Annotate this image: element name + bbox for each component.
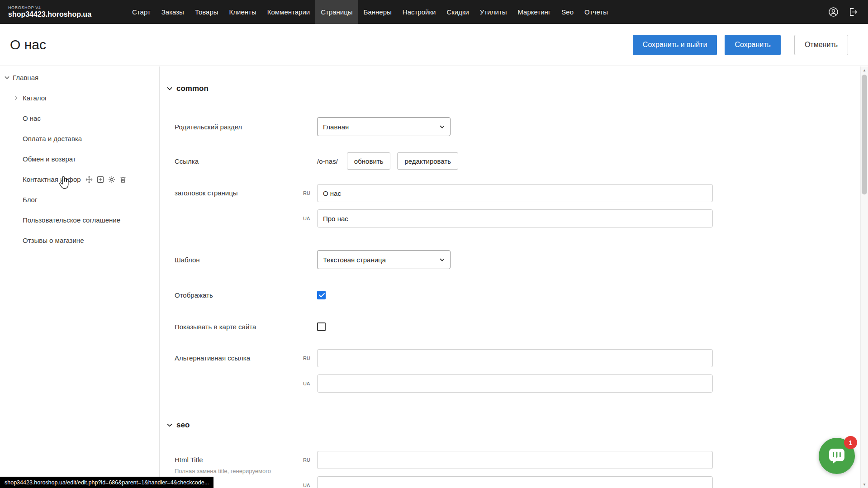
display-row: Отображать	[175, 289, 860, 300]
sitemap-row: Показывать в карте сайта	[175, 321, 860, 332]
page-title-ru-input[interactable]	[317, 184, 713, 202]
pages-tree-sidebar: Главная Каталог О нас Оплата и доставка …	[0, 66, 160, 488]
chat-icon	[829, 448, 845, 464]
menu-item-start[interactable]: Старт	[127, 0, 156, 24]
sidebar-item-katalog[interactable]: Каталог	[0, 88, 159, 108]
link-row: Ссылка /o-nas/ обновить редактировать	[175, 152, 860, 170]
save-button[interactable]: Сохранить	[725, 35, 781, 55]
chevron-down-icon	[167, 423, 172, 427]
sidebar-item-label: Каталог	[23, 94, 47, 102]
refresh-link-button[interactable]: обновить	[347, 152, 391, 170]
chevron-down-icon[interactable]	[5, 76, 13, 79]
topbar: HOROSHOP V4 shop34423.horoshop.ua Старт …	[0, 0, 868, 24]
html-title-ru-input[interactable]	[317, 451, 713, 469]
html-title-hint: Полная замена title, генерируемого	[175, 468, 303, 474]
menu-item-settings[interactable]: Настройки	[397, 0, 441, 24]
page-title-ua-input[interactable]	[317, 209, 713, 227]
menu-item-seo[interactable]: Seo	[556, 0, 579, 24]
template-row: Шаблон Текстовая страница	[175, 250, 860, 269]
brand[interactable]: HOROSHOP V4 shop34423.horoshop.ua	[8, 0, 112, 24]
status-url-bar: shop34423.horoshop.ua/edit/edit.php?id=6…	[0, 477, 213, 488]
lang-ua-tag: UA	[303, 483, 313, 488]
save-and-exit-button[interactable]: Сохранить и выйти	[633, 35, 717, 55]
sitemap-checkbox[interactable]	[317, 322, 326, 331]
html-title-label-block: Html Title Полная замена title, генериру…	[175, 451, 303, 474]
logout-icon[interactable]	[848, 7, 858, 17]
chevron-down-icon	[440, 125, 445, 128]
html-title-ua-input[interactable]	[317, 476, 713, 488]
menu-item-pages[interactable]: Страницы	[315, 0, 358, 24]
brand-version-label: HOROSHOP V4	[8, 5, 112, 10]
sitemap-label: Показывать в карте сайта	[175, 323, 317, 331]
sidebar-item-kontaktnaya-infor[interactable]: Контактная инфор	[0, 169, 159, 190]
alt-link-ua-input[interactable]	[317, 374, 713, 393]
sidebar-item-label: Обмен и возврат	[23, 155, 76, 163]
chat-unread-badge: 1	[844, 436, 857, 449]
link-path: /o-nas/	[317, 157, 338, 165]
menu-item-orders[interactable]: Заказы	[156, 0, 190, 24]
chevron-down-icon	[440, 258, 445, 261]
lang-ru-tag: RU	[303, 457, 313, 463]
page-header: О нас Сохранить и выйти Сохранить Отмени…	[0, 24, 868, 66]
add-page-icon[interactable]	[97, 176, 104, 183]
tree-item-actions	[85, 176, 127, 183]
section-seo-toggle[interactable]: seo	[167, 420, 860, 430]
scrollbar[interactable]: ▲ ▼	[860, 66, 868, 488]
menu-item-marketing[interactable]: Маркетинг	[512, 0, 556, 24]
edit-link-button[interactable]: редактировать	[397, 152, 458, 170]
menu-item-comments[interactable]: Комментарии	[262, 0, 315, 24]
sidebar-item-blog[interactable]: Блог	[0, 190, 159, 210]
scroll-down-arrow[interactable]: ▼	[861, 481, 868, 488]
section-common-toggle[interactable]: common	[167, 84, 860, 94]
lang-ua-tag: UA	[303, 216, 313, 221]
page-title: О нас	[10, 37, 46, 52]
page-title-label: заголовок страницы	[175, 184, 303, 202]
chevron-right-icon[interactable]	[14, 95, 23, 100]
move-icon[interactable]	[85, 176, 93, 183]
gear-icon[interactable]	[108, 176, 115, 183]
menu-item-clients[interactable]: Клиенты	[224, 0, 262, 24]
template-select[interactable]: Текстовая страница	[317, 250, 451, 269]
pages-tree: Главная Каталог О нас Оплата и доставка …	[0, 66, 159, 251]
sidebar-item-o-nas[interactable]: О нас	[0, 108, 159, 128]
lang-ua-tag: UA	[303, 381, 313, 386]
html-title-inputs: RU UA	[303, 451, 713, 488]
menu-item-reports[interactable]: Отчеты	[579, 0, 613, 24]
parent-section-label: Родительский раздел	[175, 123, 317, 131]
parent-section-select[interactable]: Главная	[317, 117, 451, 136]
sidebar-item-label: Оплата и доставка	[23, 135, 82, 142]
menu-item-discounts[interactable]: Скидки	[441, 0, 474, 24]
sidebar-item-label: Пользовательское соглашение	[23, 216, 120, 224]
sidebar-item-label: О нас	[23, 114, 41, 122]
lang-ru-tag: RU	[303, 355, 313, 361]
menu-item-products[interactable]: Товары	[190, 0, 224, 24]
page-title-inputs: RU UA	[303, 184, 713, 227]
html-title-label: Html Title	[175, 451, 303, 469]
sidebar-item-label: Блог	[23, 196, 37, 204]
sidebar-item-glavnaya[interactable]: Главная	[0, 67, 159, 88]
scrollbar-thumb[interactable]	[862, 75, 867, 194]
sidebar-item-obmen-i-vozvrat[interactable]: Обмен и возврат	[0, 149, 159, 169]
topbar-right	[828, 0, 858, 24]
sidebar-item-otzyvy-o-magazine[interactable]: Отзывы о магазине	[0, 230, 159, 251]
template-value: Текстовая страница	[323, 256, 386, 264]
section-common-title: common	[176, 84, 209, 93]
menu-item-banners[interactable]: Баннеры	[358, 0, 397, 24]
html-title-row: Html Title Полная замена title, генериру…	[175, 451, 860, 488]
top-menu: Старт Заказы Товары Клиенты Комментарии …	[127, 0, 613, 24]
scroll-up-arrow[interactable]: ▲	[861, 66, 868, 74]
chevron-down-icon	[167, 87, 172, 90]
parent-section-value: Главная	[323, 123, 349, 131]
sidebar-item-oplata-i-dostavka[interactable]: Оплата и доставка	[0, 128, 159, 149]
menu-item-utilities[interactable]: Утилиты	[474, 0, 512, 24]
cancel-button[interactable]: Отменить	[794, 35, 848, 55]
account-icon[interactable]	[828, 7, 839, 17]
brand-domain: shop34423.horoshop.ua	[8, 10, 112, 19]
sidebar-item-label: Главная	[13, 74, 38, 81]
display-checkbox[interactable]	[317, 291, 326, 299]
alt-link-ru-input[interactable]	[317, 349, 713, 367]
sidebar-item-label: Отзывы о магазине	[23, 237, 84, 244]
sidebar-item-polzovatelskoe-soglashenie[interactable]: Пользовательское соглашение	[0, 210, 159, 230]
page-edit-form: common Родительский раздел Главная Ссылк…	[160, 66, 860, 488]
trash-icon[interactable]	[119, 176, 127, 183]
